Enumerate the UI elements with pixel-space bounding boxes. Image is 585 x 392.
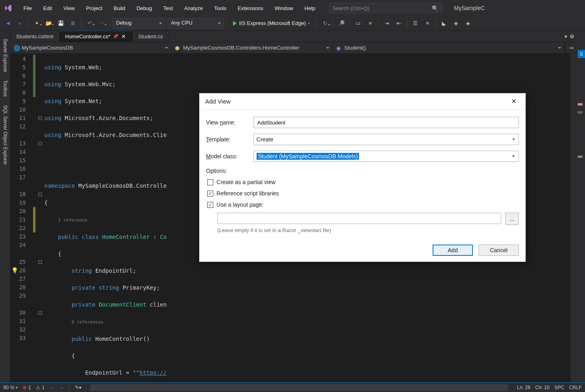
zoom-level[interactable]: 90 % ▾ bbox=[3, 385, 18, 390]
run-button[interactable]: IIS Express (Microsoft Edge) ▾ bbox=[229, 18, 314, 29]
menu-test[interactable]: Test bbox=[158, 2, 179, 15]
tab-students-cshtml[interactable]: Students.cshtml bbox=[10, 31, 60, 42]
main-menu: File Edit View Project Build Debug Test … bbox=[18, 2, 321, 15]
view-name-label: View name: bbox=[206, 119, 254, 126]
tb-icon7[interactable]: ◈ bbox=[450, 18, 462, 29]
tab-student-cs[interactable]: Student.cs bbox=[133, 31, 169, 42]
template-label: Template: bbox=[206, 136, 254, 143]
solution-name: MySampleC bbox=[454, 5, 485, 11]
fold-icon[interactable]: − bbox=[38, 116, 42, 120]
gear-icon[interactable]: ⚙ bbox=[570, 33, 575, 39]
tb-icon2[interactable]: ≡ bbox=[364, 18, 376, 29]
menu-file[interactable]: File bbox=[18, 2, 37, 15]
find-button[interactable]: 🔎 bbox=[336, 18, 347, 29]
pin-icon[interactable]: 📌 bbox=[113, 34, 119, 39]
add-view-dialog: Add View ✕ View name: Template: Create M… bbox=[199, 93, 526, 262]
layout-page-input[interactable] bbox=[217, 213, 501, 224]
menu-project[interactable]: Project bbox=[80, 2, 108, 15]
crumb-class[interactable]: ⬢ MySampleCosmosDB.Controllers.HomeContr… bbox=[172, 42, 333, 53]
tb-icon1[interactable]: ▭ bbox=[352, 18, 364, 29]
use-layout-label: Use a layout page: bbox=[217, 201, 264, 208]
cancel-button[interactable]: Cancel bbox=[479, 245, 519, 256]
nav-fwd-status[interactable]: → bbox=[59, 385, 64, 390]
partial-view-checkbox[interactable] bbox=[207, 179, 213, 185]
tb-icon3[interactable]: ⇥ bbox=[381, 18, 392, 29]
nav-back-button[interactable]: ◄ bbox=[2, 18, 14, 29]
eol-indicator[interactable]: CRLF bbox=[569, 385, 582, 390]
line-indicator[interactable]: Ln: 26 bbox=[517, 385, 530, 390]
menu-help[interactable]: Help bbox=[299, 2, 321, 15]
project-icon: 🌐 bbox=[14, 45, 19, 51]
menu-build[interactable]: Build bbox=[108, 2, 131, 15]
play-icon bbox=[233, 21, 237, 26]
titlebar: File Edit View Project Build Debug Test … bbox=[0, 0, 585, 16]
redo-button[interactable]: ↷ bbox=[96, 18, 107, 29]
indent-indicator[interactable]: SPC bbox=[554, 385, 564, 390]
crumb-project[interactable]: 🌐 MySampleCosmosDB bbox=[10, 42, 172, 53]
dialog-title: Add View bbox=[205, 98, 231, 105]
lightbulb-icon[interactable]: 💡 bbox=[11, 266, 18, 275]
config-select[interactable]: Debug bbox=[112, 18, 165, 29]
menu-analyze[interactable]: Analyze bbox=[179, 2, 208, 15]
status-bar: 90 % ▾ ⊗1 ⚠1 ← → | ✎▾ Ln: 26 Ch: 10 SPC … bbox=[0, 382, 585, 392]
fold-icon[interactable]: − bbox=[38, 193, 42, 196]
menu-edit[interactable]: Edit bbox=[37, 2, 58, 15]
scrollbar-vertical[interactable] bbox=[570, 53, 577, 382]
sidebar-server-explorer[interactable]: Server Explorer bbox=[1, 35, 10, 76]
chevron-down-icon[interactable]: ▾ bbox=[564, 33, 567, 39]
nav-fwd-button[interactable]: ► bbox=[15, 18, 26, 29]
save-button[interactable]: 💾 bbox=[55, 18, 67, 29]
ref-scripts-checkbox[interactable]: ✓ bbox=[207, 191, 213, 197]
browser-link-button[interactable]: ↻ bbox=[319, 18, 331, 29]
scrollbar-horizontal[interactable] bbox=[90, 384, 508, 391]
template-select[interactable]: Create bbox=[254, 134, 519, 145]
toolbar: ◄ ► ✦ 📂 💾 🗎 ↶ ↷ Debug Any CPU IIS Expres… bbox=[0, 16, 585, 31]
menu-view[interactable]: View bbox=[58, 2, 80, 15]
bookmark-icon[interactable]: ◣ bbox=[438, 18, 450, 29]
tb-icon5[interactable]: ☰ bbox=[410, 18, 421, 29]
error-count[interactable]: ⊗1 bbox=[23, 385, 31, 390]
nav-back-status[interactable]: ← bbox=[50, 385, 54, 390]
menu-window[interactable]: Window bbox=[269, 2, 299, 15]
menu-extensions[interactable]: Extensions bbox=[232, 2, 269, 15]
tb-icon8[interactable]: ◈ bbox=[462, 18, 474, 29]
layout-hint: (Leave empty if it is set in a Razor _vi… bbox=[217, 227, 519, 233]
tb-icon4[interactable]: ⇤ bbox=[393, 18, 404, 29]
new-button[interactable]: ✦ bbox=[31, 18, 42, 29]
menu-debug[interactable]: Debug bbox=[131, 2, 158, 15]
sidebar-toolbox[interactable]: Toolbox bbox=[1, 76, 10, 101]
platform-select[interactable]: Any CPU bbox=[167, 18, 224, 29]
menu-tools[interactable]: Tools bbox=[208, 2, 232, 15]
line-gutter: 45678910111213141516171819202122232425💡2… bbox=[10, 53, 33, 382]
split-icon[interactable]: ⫤ bbox=[565, 42, 577, 53]
add-button[interactable]: Add bbox=[433, 245, 473, 256]
method-icon: ◉ bbox=[336, 45, 342, 51]
partial-view-label: Create as a partial view bbox=[217, 179, 275, 185]
brush-icon[interactable]: ✎▾ bbox=[75, 385, 81, 390]
tab-homecontroller[interactable]: HomeController.cs* 📌 ✕ bbox=[60, 31, 133, 42]
quick-search-input[interactable]: Search (Ctrl+Q) 🔍 bbox=[329, 3, 442, 13]
warning-count[interactable]: ⚠1 bbox=[36, 385, 45, 390]
editor-tabs: Students.cshtml HomeController.cs* 📌 ✕ S… bbox=[10, 31, 577, 42]
char-indicator[interactable]: Ch: 10 bbox=[535, 385, 550, 390]
crumb-member[interactable]: ◉ Student() bbox=[333, 42, 565, 53]
use-layout-checkbox[interactable]: ✓ bbox=[207, 202, 213, 208]
close-icon[interactable]: ✕ bbox=[121, 34, 127, 39]
model-label: Model class: bbox=[206, 153, 254, 160]
model-class-select[interactable]: Student (MySampleCosmosDB.Models) bbox=[254, 151, 519, 162]
ref-scripts-label: Reference script libraries bbox=[217, 190, 279, 197]
open-button[interactable]: 📂 bbox=[43, 18, 54, 29]
solution-explorer-tab[interactable]: S bbox=[578, 50, 585, 58]
view-name-input[interactable] bbox=[254, 117, 519, 128]
fold-icon[interactable]: − bbox=[38, 142, 42, 145]
save-all-button[interactable]: 🗎 bbox=[67, 18, 79, 29]
sidebar-sql-explorer[interactable]: SQL Server Object Explorer bbox=[1, 101, 10, 169]
fold-icon[interactable]: − bbox=[38, 260, 42, 264]
options-label: Options: bbox=[206, 168, 519, 174]
tb-icon6[interactable]: ≡ bbox=[422, 18, 433, 29]
dialog-close-button[interactable]: ✕ bbox=[508, 96, 520, 107]
fold-icon[interactable]: − bbox=[38, 311, 42, 315]
search-placeholder: Search (Ctrl+Q) bbox=[333, 5, 369, 11]
undo-button[interactable]: ↶ bbox=[84, 18, 95, 29]
browse-button[interactable]: ... bbox=[505, 213, 519, 225]
